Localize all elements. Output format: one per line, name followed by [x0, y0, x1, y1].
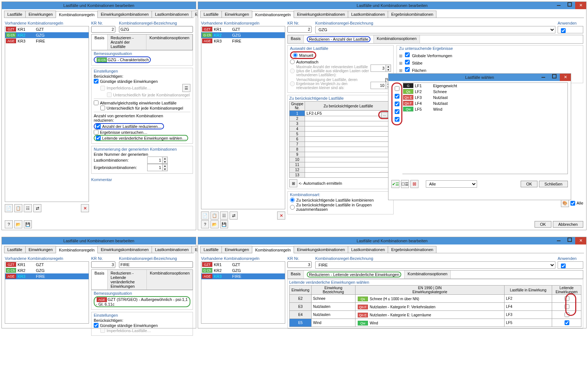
- lf-checkbox[interactable]: [395, 86, 399, 91]
- abbrechen-button[interactable]: Abbrechen: [553, 221, 583, 228]
- label-anz-gen: Anzahl von generierten Kombinationen red…: [94, 114, 174, 122]
- subtab-komboopt[interactable]: Kombinationsoptionen: [147, 270, 193, 290]
- lf-row[interactable]: QwLF5Wind: [402, 106, 567, 112]
- lf-row[interactable]: Qn ELF3Nutzlast: [402, 95, 567, 100]
- bez-field[interactable]: [119, 26, 193, 33]
- subtab-komboopt[interactable]: Kombinationsoptionen: [374, 35, 420, 43]
- radio-manuell[interactable]: [293, 53, 298, 58]
- lf-checkbox[interactable]: [395, 117, 399, 122]
- lf-row[interactable]: GLF1Eigengewicht: [402, 83, 567, 89]
- chk-guenstig[interactable]: [94, 79, 98, 84]
- open-icon[interactable]: 📂: [211, 220, 219, 228]
- grid-cell-1[interactable]: LF2-LF5…: [305, 111, 392, 116]
- subtab-basis[interactable]: Basis: [288, 35, 304, 43]
- clear-icon[interactable]: ☒: [410, 180, 418, 188]
- tab-einwirkungen[interactable]: Einwirkungen: [25, 11, 56, 18]
- chk-anz-lf-red[interactable]: [96, 124, 101, 129]
- auto-detect-icon[interactable]: ⊞: [289, 179, 297, 187]
- chk-anwenden[interactable]: [561, 28, 566, 33]
- subtab-reduz-anzahl[interactable]: Reduzieren - Anzahl der Lastfälle: [108, 34, 146, 50]
- label-bemessung: Bemessungssituation: [94, 51, 190, 56]
- delete-icon[interactable]: ✕: [81, 204, 89, 212]
- tool-link-icon[interactable]: ⇄: [230, 211, 238, 220]
- ok-button[interactable]: OK: [521, 181, 537, 187]
- lf-row[interactable]: QsLF2Schnee: [402, 89, 567, 95]
- lf-checkbox[interactable]: [395, 94, 399, 99]
- tool-copy-icon[interactable]: 📋: [14, 204, 22, 212]
- delete-icon[interactable]: ✕: [277, 211, 285, 220]
- chk-leit-ver[interactable]: [96, 136, 101, 140]
- subtab-komboopt[interactable]: Kombinationsoptionen: [146, 34, 193, 50]
- spin-ergkomb[interactable]: [148, 164, 162, 171]
- tool-new-icon[interactable]: 📄: [5, 204, 13, 212]
- tool-list-icon[interactable]: ☷: [220, 211, 228, 220]
- chk-guenstig[interactable]: [94, 323, 98, 328]
- tab-einwirkungskomb[interactable]: Einwirkungskombinationen: [97, 11, 152, 18]
- bez-select[interactable]: GZG: [315, 26, 555, 33]
- chk-erg-unt[interactable]: [94, 130, 98, 135]
- subtab-reduz-leitende[interactable]: Reduzieren - Leitende veränderliche Einw…: [108, 270, 147, 290]
- subtab-reduz-anzahl[interactable]: Reduzieren - Anzahl der Lastfälle: [304, 35, 374, 43]
- lf-row[interactable]: Qn FLF4Nutzlast: [402, 100, 567, 106]
- subtab-komboopt[interactable]: Kombinationsoptionen: [405, 271, 451, 279]
- color-tool-icon[interactable]: 🎨: [561, 199, 569, 207]
- help-icon[interactable]: ?: [201, 220, 209, 228]
- chk-altgleich[interactable]: [94, 100, 98, 105]
- label-nummerierung: Nummerierung der generierten Kombination…: [94, 147, 190, 151]
- radio-kombart-a[interactable]: [290, 198, 295, 202]
- tab-lastkomb[interactable]: Lastkombinationen: [152, 11, 192, 18]
- kr-row[interactable]: G ChKR2GZG: [5, 32, 89, 38]
- chk-leitend[interactable]: [565, 320, 569, 325]
- kr-row[interactable]: GZTKR1GZT: [5, 26, 89, 32]
- label-kommentar: Kommentar: [91, 177, 193, 182]
- chk-alle[interactable]: [570, 201, 575, 206]
- subtab-basis[interactable]: Basis: [92, 34, 108, 50]
- subtab-basis[interactable]: Basis: [92, 270, 108, 290]
- kr-row[interactable]: AGEKR3FIRE: [5, 38, 89, 44]
- save-icon[interactable]: 💾: [24, 220, 32, 228]
- label-lastkomb: Lastkombinationen:: [94, 158, 145, 162]
- uncheck-all-icon[interactable]: ☐☰: [401, 180, 409, 188]
- max-icon[interactable]: [564, 237, 575, 244]
- filter-select[interactable]: Alle: [426, 180, 477, 188]
- tab-lastfaelle[interactable]: Lastfälle: [4, 11, 26, 18]
- subtab-basis[interactable]: Basis: [288, 271, 304, 279]
- close-icon[interactable]: [575, 237, 586, 244]
- tool-copy-icon[interactable]: 📋: [211, 211, 219, 220]
- close-icon[interactable]: [575, 2, 586, 9]
- min-icon[interactable]: [553, 237, 564, 244]
- tool-new-icon[interactable]: 📄: [201, 211, 209, 220]
- ellipsis-button[interactable]: …: [381, 112, 388, 118]
- save-icon[interactable]: 💾: [220, 220, 228, 228]
- tab-kombinationsregeln[interactable]: Kombinationsregeln: [56, 11, 98, 18]
- window-title: Lastfälle und Kombinationen bearbeiten: [2, 2, 196, 9]
- spin-max[interactable]: [371, 65, 386, 71]
- min-icon[interactable]: [553, 2, 564, 9]
- close-icon[interactable]: [560, 74, 571, 81]
- label-ergkomb: Ergebniskombinationen:: [94, 165, 145, 170]
- spin-lastkomb[interactable]: [148, 157, 162, 163]
- schliessen-button[interactable]: Schließen: [539, 181, 568, 187]
- help-icon[interactable]: ?: [5, 220, 13, 228]
- label-erste-num: Erste Nummer der generierten: [94, 152, 190, 157]
- check-all-icon[interactable]: ✔☰: [391, 180, 399, 188]
- lf-checkbox[interactable]: [395, 109, 399, 114]
- tool-list-icon[interactable]: ☷: [24, 204, 32, 212]
- lf-checkbox[interactable]: [395, 102, 399, 106]
- max-icon[interactable]: [564, 2, 575, 9]
- subtab-reduz-leitende[interactable]: Reduzieren - Leitende veränderliche Einw…: [304, 271, 405, 279]
- spin-pct[interactable]: [371, 82, 386, 89]
- imperf-detail-icon[interactable]: ☰: [182, 84, 190, 92]
- tool-link-icon[interactable]: ⇄: [33, 204, 41, 212]
- ok-button[interactable]: OK: [535, 221, 551, 228]
- bez-field[interactable]: [119, 261, 193, 268]
- radio-auto[interactable]: [290, 59, 295, 64]
- bez-select[interactable]: FIRE: [315, 261, 555, 269]
- open-icon[interactable]: 📂: [14, 220, 22, 228]
- chk-untersch2[interactable]: [100, 106, 105, 110]
- chk-anwenden[interactable]: [561, 264, 566, 268]
- max-icon[interactable]: [549, 74, 560, 81]
- radio-kombart-b[interactable]: [290, 205, 295, 210]
- min-icon[interactable]: [538, 74, 549, 81]
- lf-grid: GruppeNr.Zu berücksichtigende Lastfälle …: [289, 101, 392, 178]
